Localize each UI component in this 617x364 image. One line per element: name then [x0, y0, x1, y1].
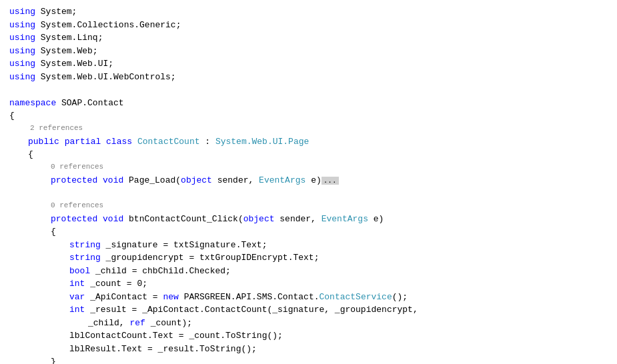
code-line: using System.Web;	[0, 45, 617, 58]
code-line: using System.Collections.Generic;	[0, 19, 617, 32]
code-line: string _groupidencrypt = txtGroupIDEncry…	[0, 251, 617, 265]
code-line: lblResult.Text = _result.ToString();	[0, 343, 617, 356]
code-line: bool _child = chbChild.Checked;	[0, 265, 617, 278]
code-line: protected void btnContactCount_Click(obj…	[0, 213, 617, 226]
code-line: using System.Web.UI.WebControls;	[0, 71, 617, 84]
code-line: lblContactCount.Text = _count.ToString()…	[0, 329, 617, 343]
reference-hint: 0 references	[0, 161, 617, 174]
code-line: protected void Page_Load(object sender, …	[0, 174, 617, 187]
code-editor: using System; using System.Collections.G…	[0, 0, 617, 364]
code-line: {	[0, 148, 617, 161]
code-line: var _ApiContact = new PARSGREEN.API.SMS.…	[0, 291, 617, 304]
code-line: {	[0, 109, 617, 123]
code-line: namespace SOAP.Contact	[0, 97, 617, 110]
reference-hint: 0 references	[0, 200, 617, 213]
code-line: {	[0, 225, 617, 239]
code-line: int _count = 0;	[0, 277, 617, 291]
code-line: public partial class ContactCount : Syst…	[0, 135, 617, 149]
code-line	[0, 83, 617, 97]
code-line: string _signature = txtSignature.Text;	[0, 239, 617, 252]
reference-hint: 2 references	[0, 123, 617, 135]
code-line: }	[0, 355, 617, 364]
collapsed-indicator[interactable]: ...	[322, 177, 339, 185]
code-line: int _result = _ApiContact.ContactCount(_…	[0, 303, 617, 317]
code-line	[0, 187, 617, 200]
code-line: using System.Linq;	[0, 31, 617, 45]
code-line: using System.Web.UI;	[0, 57, 617, 71]
code-line: _child, ref _count);	[0, 317, 617, 330]
code-line: using System;	[0, 5, 617, 19]
